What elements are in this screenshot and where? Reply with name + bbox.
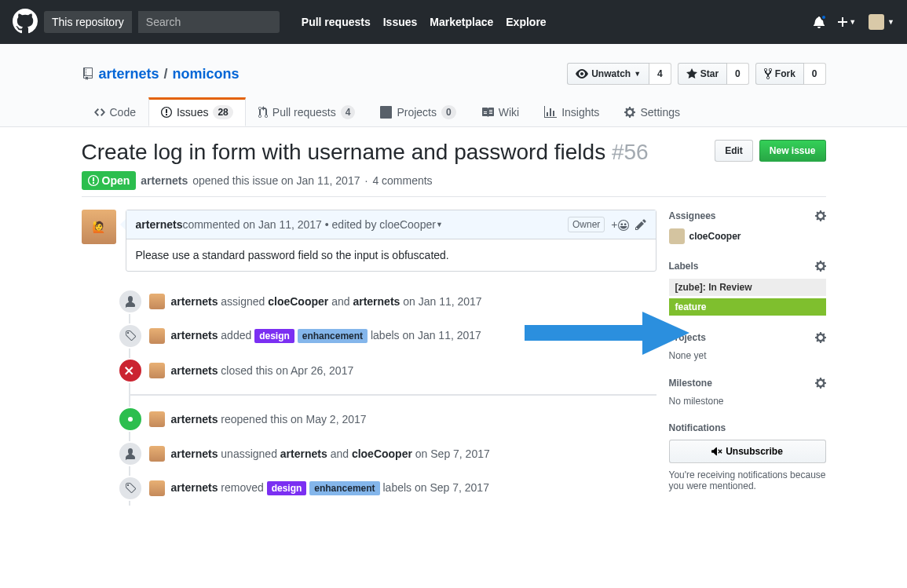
issue-title: Create log in form with username and pas…: [82, 140, 649, 165]
main-column: 🙋 arternets commented on Jan 11, 2017 • …: [82, 210, 656, 507]
no-milestone: No milestone: [669, 396, 724, 407]
header-right: ▼ ▼: [813, 14, 894, 30]
actor-link[interactable]: arternets: [171, 481, 218, 494]
caret-icon: ▼: [849, 18, 856, 26]
comment-body: Please use a standard password field so …: [126, 239, 656, 271]
state-badge: Open: [82, 171, 137, 190]
timeline-unlabeled: arternets removed design enhancement lab…: [149, 471, 656, 506]
separator: ·: [364, 174, 368, 187]
tab-wiki[interactable]: Wiki: [469, 97, 532, 126]
user-link[interactable]: arternets: [280, 447, 327, 460]
new-issue-button[interactable]: New issue: [759, 140, 826, 162]
sidebar-title: Assignees: [669, 210, 716, 221]
unwatch-button[interactable]: Unwatch▼: [567, 63, 649, 85]
user-menu[interactable]: ▼: [869, 14, 894, 30]
issue-meta: Open arternets opened this issue on Jan …: [82, 171, 826, 190]
label-enhancement[interactable]: enhancement: [309, 481, 379, 495]
tab-insights[interactable]: Insights: [532, 97, 612, 126]
sidebar-notifications: Notifications Unsubscribe You're receivi…: [669, 422, 826, 491]
label-zube[interactable]: [zube]: In Review: [669, 279, 826, 296]
tab-code[interactable]: Code: [82, 97, 148, 126]
search-input[interactable]: [138, 11, 280, 33]
star-button[interactable]: Star: [678, 63, 727, 85]
repo-header: arternets / nomicons Unwatch▼ 4 Star 0 F…: [0, 44, 907, 127]
comment-meta: commented on Jan 11, 2017 • edited by cl…: [182, 218, 435, 231]
star-count[interactable]: 0: [727, 63, 749, 85]
tab-pulls[interactable]: Pull requests4: [246, 97, 368, 126]
nav-marketplace[interactable]: Marketplace: [430, 16, 493, 28]
issue-author[interactable]: arternets: [141, 174, 188, 187]
svg-point-0: [128, 417, 133, 422]
comment-author[interactable]: arternets: [136, 218, 183, 231]
actor-avatar[interactable]: [149, 411, 165, 427]
nav-issues[interactable]: Issues: [383, 16, 418, 28]
actor-avatar[interactable]: [149, 328, 165, 344]
assignee-link[interactable]: cloeCooper: [689, 231, 741, 242]
edit-button[interactable]: Edit: [715, 140, 753, 162]
comment-avatar[interactable]: 🙋: [82, 210, 116, 244]
notifications-button[interactable]: [813, 16, 825, 28]
unsubscribe-button[interactable]: Unsubscribe: [669, 440, 826, 463]
comment-count: 4 comments: [372, 174, 432, 187]
actor-link[interactable]: arternets: [171, 447, 218, 460]
timeline-divider: [130, 394, 656, 396]
user-link[interactable]: cloeCooper: [352, 447, 412, 460]
actor-avatar[interactable]: [149, 294, 165, 309]
timeline-closed: arternets closed this on Apr 26, 2017: [149, 353, 656, 388]
label-design[interactable]: design: [267, 481, 307, 495]
assignee-row[interactable]: cloeCooper: [669, 228, 826, 244]
person-icon: [118, 441, 143, 466]
timeline-assigned: arternets assigned cloeCooper and artern…: [149, 284, 656, 319]
reaction-button[interactable]: +: [611, 218, 628, 231]
label-feature[interactable]: feature: [669, 298, 826, 316]
gear-icon[interactable]: [815, 260, 826, 272]
caret-icon: ▼: [887, 18, 894, 26]
repo-link[interactable]: nomicons: [173, 66, 240, 82]
sidebar-milestone: Milestone No milestone: [669, 377, 826, 407]
caret-icon[interactable]: ▼: [436, 221, 443, 228]
title-actions: Edit New issue: [715, 140, 825, 162]
actor-link[interactable]: arternets: [171, 413, 218, 425]
label-design[interactable]: design: [254, 329, 294, 343]
sidebar-title: Notifications: [669, 422, 726, 433]
fork-button[interactable]: Fork: [755, 63, 804, 85]
actor-link[interactable]: arternets: [171, 329, 218, 341]
label-enhancement[interactable]: enhancement: [298, 329, 368, 343]
actor-link[interactable]: arternets: [171, 364, 218, 377]
tab-settings[interactable]: Settings: [612, 97, 693, 126]
timeline-reopened: arternets reopened this on May 2, 2017: [149, 402, 656, 436]
fork-count[interactable]: 0: [804, 63, 826, 85]
owner-badge: Owner: [568, 217, 605, 232]
actor-avatar[interactable]: [149, 480, 165, 496]
user-link[interactable]: cloeCooper: [268, 295, 328, 308]
top-header: This repository Pull requests Issues Mar…: [0, 0, 907, 44]
no-projects: None yet: [669, 350, 707, 361]
sidebar-title: Milestone: [669, 378, 712, 389]
path-separator: /: [164, 66, 168, 82]
actor-avatar[interactable]: [149, 446, 165, 462]
create-dropdown[interactable]: ▼: [838, 16, 856, 28]
search-scope[interactable]: This repository: [44, 11, 132, 33]
repo-icon: [82, 68, 94, 80]
gear-icon[interactable]: [815, 377, 826, 389]
watch-count[interactable]: 4: [649, 63, 671, 85]
nav-explore[interactable]: Explore: [506, 16, 546, 28]
owner-link[interactable]: arternets: [99, 66, 159, 82]
nav-pulls[interactable]: Pull requests: [302, 16, 371, 28]
timeline-unassigned: arternets unassigned arternets and cloeC…: [149, 436, 656, 471]
github-logo[interactable]: [13, 9, 38, 36]
edit-comment-button[interactable]: [635, 218, 646, 231]
repo-actions: Unwatch▼ 4 Star 0 Fork 0: [567, 63, 825, 85]
tag-icon: [118, 476, 143, 501]
tab-projects[interactable]: Projects0: [368, 97, 468, 126]
gear-icon[interactable]: [815, 210, 826, 222]
actor-avatar[interactable]: [149, 363, 165, 378]
tab-issues[interactable]: Issues28: [148, 97, 246, 126]
actor-link[interactable]: arternets: [171, 295, 218, 308]
gear-icon[interactable]: [815, 331, 826, 344]
closed-icon: [118, 358, 143, 383]
user-link[interactable]: arternets: [353, 295, 400, 308]
sidebar: Assignees cloeCooper Labels [zube]: In R…: [669, 210, 826, 507]
sidebar-projects: Projects None yet: [669, 331, 826, 361]
sidebar-title: Labels: [669, 261, 699, 272]
